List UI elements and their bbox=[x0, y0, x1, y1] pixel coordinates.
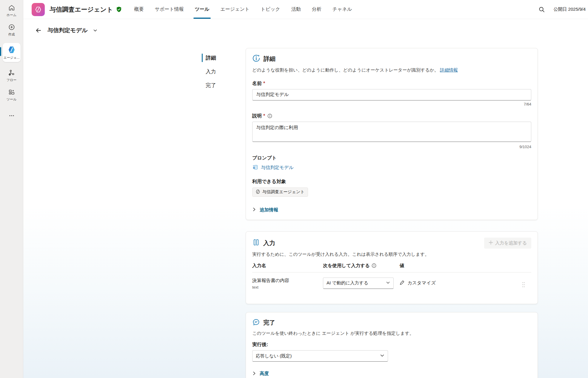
column-input-name: 入力名 bbox=[252, 263, 323, 269]
main-content: 与信判定モデル 詳細 入力 完了 詳細 bbox=[23, 19, 588, 378]
home-icon bbox=[8, 4, 15, 11]
advanced-expander[interactable]: 高度 bbox=[252, 371, 269, 377]
flow-icon bbox=[8, 69, 15, 76]
tab-analytics[interactable]: 分析 bbox=[311, 0, 322, 19]
details-card-description: どのような役割を担い、どのように動作し、どのようにオーケストレーターが識別するか… bbox=[252, 67, 531, 73]
step-details[interactable]: 詳細 bbox=[202, 54, 216, 62]
column-fill-using: 次を使用して入力する bbox=[323, 263, 400, 269]
tab-activity[interactable]: 活動 bbox=[291, 0, 301, 19]
tool-title: 与信判定モデル bbox=[47, 27, 87, 34]
prompt-label: プロンプト bbox=[252, 155, 531, 161]
chevron-down-icon bbox=[380, 353, 384, 359]
header-right: 公開日 2025/9/4 bbox=[537, 5, 588, 14]
input-name: 決算報告書の内容 bbox=[252, 278, 323, 284]
prompt-link-text: 与信判定モデル bbox=[261, 165, 294, 171]
sidebar-item-label: エージェ... bbox=[4, 55, 20, 60]
input-type: text bbox=[252, 285, 323, 289]
table-row: 決算報告書の内容 text AI で動的に入力する カスタマイズ bbox=[252, 278, 531, 289]
sidebar-item-label: フロー bbox=[7, 78, 17, 82]
description-char-counter: 9/1024 bbox=[252, 145, 531, 149]
input-columns-icon bbox=[252, 238, 260, 247]
table-divider bbox=[252, 272, 531, 272]
required-marker: * bbox=[263, 81, 265, 86]
required-marker: * bbox=[263, 113, 265, 119]
published-date[interactable]: 公開日 2025/9/4 bbox=[553, 7, 586, 12]
sidebar-item-create[interactable]: 作成 bbox=[1, 24, 22, 37]
left-rail: ホーム 作成 エージェ... フロー ツール bbox=[0, 0, 23, 378]
fill-using-cell: AI で動的に入力する bbox=[323, 278, 400, 289]
step-completion[interactable]: 完了 bbox=[202, 81, 216, 89]
details-card-header: 詳細 bbox=[252, 54, 531, 63]
after-run-label: 実行後: bbox=[252, 342, 531, 348]
sidebar-item-more[interactable] bbox=[1, 112, 22, 119]
agent-icon bbox=[7, 46, 16, 54]
agent-outline-icon bbox=[255, 189, 260, 195]
page-title: 与信調査エージェント bbox=[50, 5, 113, 14]
name-char-counter: 7/64 bbox=[252, 102, 531, 106]
tab-agents[interactable]: エージェント bbox=[220, 0, 250, 19]
sidebar-item-label: ホーム bbox=[7, 13, 17, 17]
completion-card-header: 完了 bbox=[252, 318, 531, 327]
learn-more-link[interactable]: 詳細情報 bbox=[440, 67, 458, 72]
after-run-dropdown[interactable]: 応答しない (既定) bbox=[252, 350, 388, 362]
tab-topics[interactable]: トピック bbox=[260, 0, 281, 19]
add-input-button[interactable]: 入力を追加する bbox=[484, 238, 531, 249]
pencil-icon bbox=[400, 280, 405, 286]
input-card-title: 入力 bbox=[263, 239, 275, 247]
completion-card: 完了 このツールを使い終わったときに エージェント が実行する処理を指定します。… bbox=[246, 312, 538, 378]
nav-tabs: 概要 サポート情報 ツール エージェント トピック 活動 分析 チャネル bbox=[133, 0, 353, 19]
tab-channels[interactable]: チャネル bbox=[332, 0, 353, 19]
chevron-down-icon[interactable] bbox=[92, 27, 98, 34]
fill-using-dropdown[interactable]: AI で動的に入力する bbox=[323, 278, 394, 289]
tab-support-info[interactable]: サポート情報 bbox=[154, 0, 184, 19]
chevron-right-icon bbox=[252, 371, 256, 377]
description-field-label: 説明 * bbox=[252, 113, 531, 119]
chevron-down-icon bbox=[386, 281, 390, 286]
completion-card-description: このツールを使い終わったときに エージェント が実行する処理を指定します。 bbox=[252, 330, 531, 337]
search-icon[interactable] bbox=[537, 5, 546, 14]
chat-bubble-icon bbox=[252, 318, 260, 327]
sidebar-item-tools[interactable]: ツール bbox=[1, 89, 22, 102]
tab-tools[interactable]: ツール bbox=[194, 0, 210, 19]
sidebar-item-agents[interactable]: エージェ... bbox=[3, 43, 21, 62]
plus-icon bbox=[489, 240, 493, 246]
input-card-description: 実行するために、このツールが受け入れる入力。これは表示される順序で入力します。 bbox=[252, 251, 531, 258]
chevron-right-icon bbox=[252, 207, 256, 213]
input-name-cell: 決算報告書の内容 text bbox=[252, 278, 323, 289]
details-card-title: 詳細 bbox=[264, 55, 275, 63]
sidebar-item-label: ツール bbox=[7, 97, 17, 102]
tools-icon bbox=[8, 89, 15, 96]
agent-avatar bbox=[32, 3, 45, 16]
drag-handle[interactable] bbox=[521, 280, 527, 290]
info-icon[interactable] bbox=[372, 263, 376, 268]
name-field-label: 名前 * bbox=[252, 80, 531, 87]
additional-info-expander[interactable]: 追加情報 bbox=[252, 207, 278, 213]
sidebar-item-label: 作成 bbox=[8, 32, 15, 37]
plus-circle-icon bbox=[8, 24, 15, 31]
shield-check-icon bbox=[116, 6, 122, 13]
tab-overview[interactable]: 概要 bbox=[133, 0, 144, 19]
customize-button[interactable]: カスタマイズ bbox=[400, 278, 531, 289]
step-inputs[interactable]: 入力 bbox=[202, 67, 216, 76]
details-info-sparkle-icon bbox=[252, 54, 260, 63]
sidebar-item-flows[interactable]: フロー bbox=[1, 69, 22, 82]
agent-chip-label: 与信調査エージェント bbox=[262, 189, 305, 195]
cards-column: 詳細 どのような役割を担い、どのように動作し、どのようにオーケストレーターが識別… bbox=[246, 48, 538, 378]
scope-label: 利用できる対象 bbox=[252, 179, 531, 185]
description-field[interactable]: 与信判定の際に利用 bbox=[252, 122, 531, 142]
input-card-header: 入力 入力を追加する bbox=[252, 238, 531, 249]
agent-chip[interactable]: 与信調査エージェント bbox=[252, 188, 308, 197]
more-icon bbox=[8, 112, 15, 119]
input-table-header: 入力名 次を使用して入力する 値 bbox=[252, 263, 531, 269]
details-card: 詳細 どのような役割を担い、どのように動作し、どのようにオーケストレーターが識別… bbox=[246, 48, 538, 220]
sidebar-item-home[interactable]: ホーム bbox=[1, 4, 22, 17]
input-card: 入力 入力を追加する 実行するために、このツールが受け入れる入力。これは表示され… bbox=[246, 231, 538, 304]
prompt-sparkle-doc-icon bbox=[252, 164, 258, 171]
back-arrow-icon[interactable] bbox=[34, 26, 43, 35]
step-nav: 詳細 入力 完了 bbox=[202, 54, 216, 95]
info-icon[interactable] bbox=[267, 114, 272, 118]
active-indicator bbox=[0, 47, 1, 56]
app-header: 与信調査エージェント 概要 サポート情報 ツール エージェント トピック 活動 … bbox=[23, 0, 588, 19]
name-field[interactable] bbox=[252, 89, 531, 100]
prompt-link[interactable]: 与信判定モデル bbox=[252, 164, 294, 171]
